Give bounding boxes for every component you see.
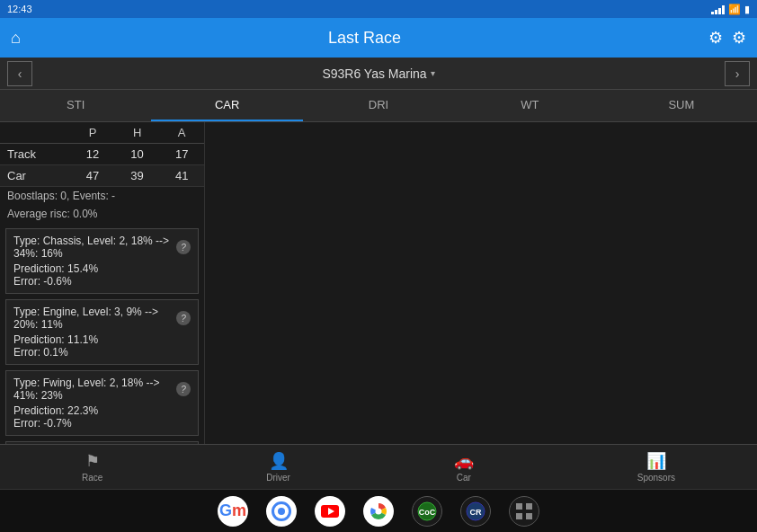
prev-arrow[interactable]: ‹ — [7, 61, 32, 86]
chassis-prediction: Prediction: 15.4% — [13, 262, 191, 275]
nav-car[interactable]: 🚗 Car — [440, 448, 488, 486]
app-bar: ⌂ Last Race ⚙ ⚙ — [0, 18, 757, 58]
nav-row: ‹ S93R6 Yas Marina ▾ › — [0, 58, 757, 90]
svg-text:CoC: CoC — [419, 508, 436, 517]
battery-icon: ▮ — [744, 4, 750, 15]
car-icon: 🚗 — [454, 451, 474, 471]
right-panel — [205, 122, 757, 444]
driver-icon: 👤 — [269, 451, 289, 471]
svg-rect-8 — [526, 503, 532, 510]
svg-rect-10 — [526, 513, 532, 519]
row-car-h: 39 — [115, 165, 160, 187]
svg-rect-7 — [516, 503, 522, 510]
sponsors-icon: 📊 — [646, 451, 666, 471]
col-header-label — [0, 122, 70, 144]
row-car-p: 47 — [70, 165, 115, 187]
engine-prediction: Prediction: 11.1% — [13, 333, 191, 346]
engine-card: Type: Engine, Level: 3, 9% --> 20%: 11% … — [5, 299, 199, 365]
chassis-error: Error: -0.6% — [13, 275, 191, 288]
row-car-label: Car — [0, 165, 70, 187]
android-taskbar: Gm CoC CR — [0, 489, 757, 532]
tab-dri[interactable]: DRI — [303, 90, 454, 121]
rwing-card: Type: Rwing, Level: 2, 21% --> 46%: 25% … — [5, 441, 199, 444]
col-header-h: H — [115, 122, 160, 144]
row-track-label: Track — [0, 144, 70, 165]
svg-point-2 — [376, 508, 382, 514]
gmail-icon[interactable]: Gm — [218, 496, 248, 527]
coc2-icon[interactable]: CR — [460, 496, 491, 527]
fwing-prediction: Prediction: 22.3% — [13, 404, 191, 417]
grid-icon[interactable] — [509, 496, 539, 527]
chassis-help-icon[interactable]: ? — [176, 240, 191, 254]
tab-wt[interactable]: WT — [454, 90, 605, 121]
fwing-error: Error: -0.7% — [13, 417, 191, 430]
status-time: 12:43 — [7, 4, 32, 14]
boostlaps-info: Boostlaps: 0, Events: - — [0, 187, 204, 205]
table-row: Track 12 10 17 — [0, 144, 204, 165]
nav-driver[interactable]: 👤 Driver — [252, 448, 305, 486]
engine-help-icon[interactable]: ? — [176, 311, 191, 325]
main-content: P H A Track 12 10 17 Car 47 39 41 — [0, 122, 757, 444]
tab-car[interactable]: CAR — [151, 90, 302, 121]
col-header-a: A — [159, 122, 204, 144]
row-track-a: 17 — [159, 144, 204, 165]
wifi-icon: 📶 — [728, 4, 741, 15]
col-header-p: P — [70, 122, 115, 144]
fwing-help-icon[interactable]: ? — [176, 382, 191, 396]
track-name: S93R6 Yas Marina — [322, 66, 426, 81]
bottom-nav: ⚑ Race 👤 Driver 🚗 Car 📊 Sponsors — [0, 444, 757, 489]
stats-table: P H A Track 12 10 17 Car 47 39 41 — [0, 122, 204, 187]
settings-icon-1[interactable]: ⚙ — [708, 28, 723, 48]
row-car-a: 41 — [159, 165, 204, 187]
svg-text:CR: CR — [470, 508, 482, 517]
home-button[interactable]: ⌂ — [11, 29, 21, 48]
engine-error: Error: 0.1% — [13, 346, 191, 359]
youtube-icon[interactable] — [315, 496, 345, 527]
signal-icon — [711, 4, 725, 14]
left-panel: P H A Track 12 10 17 Car 47 39 41 — [0, 122, 205, 444]
status-bar: 12:43 📶 ▮ — [0, 0, 757, 18]
settings-icon-2[interactable]: ⚙ — [732, 28, 746, 48]
race-icon: ⚑ — [85, 451, 100, 471]
engine-title: Type: Engine, Level: 3, 9% --> 20%: 11% — [13, 306, 173, 331]
tab-sum[interactable]: SUM — [606, 90, 757, 121]
row-track-h: 10 — [115, 144, 160, 165]
chassis-title: Type: Chassis, Level: 2, 18% --> 34%: 16… — [13, 235, 173, 260]
table-row: Car 47 39 41 — [0, 165, 204, 187]
average-risc-info: Average risc: 0.0% — [0, 205, 204, 223]
coc-icon[interactable]: CoC — [412, 496, 442, 527]
next-arrow[interactable]: › — [725, 61, 750, 86]
nav-sponsors[interactable]: 📊 Sponsors — [623, 448, 690, 486]
chevron-down-icon: ▾ — [431, 68, 435, 78]
svg-rect-9 — [516, 513, 522, 519]
fwing-card: Type: Fwing, Level: 2, 18% --> 41%: 23% … — [5, 370, 199, 436]
app-title: Last Race — [328, 29, 401, 48]
tab-bar: STI CAR DRI WT SUM — [0, 90, 757, 122]
chassis-card: Type: Chassis, Level: 2, 18% --> 34%: 16… — [5, 228, 199, 294]
nav-race[interactable]: ⚑ Race — [67, 448, 117, 486]
row-track-p: 12 — [70, 144, 115, 165]
track-selector[interactable]: S93R6 Yas Marina ▾ — [322, 66, 434, 81]
chrome-icon[interactable] — [266, 496, 297, 527]
fwing-title: Type: Fwing, Level: 2, 18% --> 41%: 23% — [13, 377, 173, 402]
photos-icon[interactable] — [363, 496, 394, 527]
tab-sti[interactable]: STI — [0, 90, 151, 121]
